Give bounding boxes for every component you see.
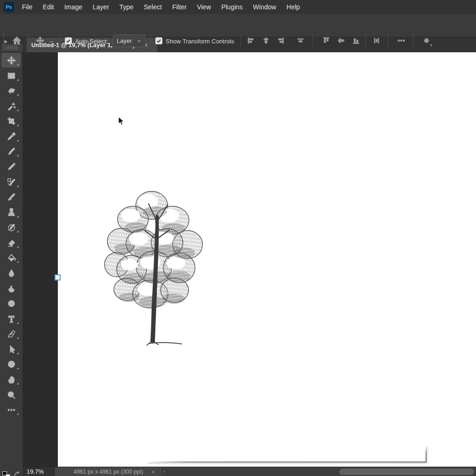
document-bottom-edge (148, 462, 427, 462)
move-tool[interactable] (2, 53, 21, 67)
magic-wand-tool[interactable] (2, 99, 21, 113)
dropdown-value: Layer (117, 37, 132, 44)
separator (60, 34, 60, 46)
auto-select-label: Auto-Select: (75, 38, 108, 45)
spot-healing-brush-tool[interactable] (2, 144, 21, 158)
separator (413, 34, 413, 46)
eyedropper-tool[interactable] (2, 129, 21, 143)
move-tool-preset-icon[interactable] (36, 36, 44, 45)
horizontal-scrollbar-thumb[interactable] (339, 469, 474, 475)
home-icon[interactable] (12, 36, 21, 45)
align-right-edges-icon[interactable] (277, 37, 284, 44)
mouse-cursor (118, 116, 127, 126)
wet-brush-tool[interactable] (2, 190, 21, 204)
zoom-level-field[interactable]: 19.7% (22, 467, 55, 476)
path-selection-tool[interactable] (2, 342, 21, 356)
menu-item-image[interactable]: Image (59, 0, 88, 14)
eraser-tool[interactable] (2, 236, 21, 250)
photoshop-logo-icon: Ps (4, 2, 14, 12)
clone-stamp-tool[interactable] (2, 205, 21, 219)
tool-preset-chevron-icon[interactable] (49, 38, 54, 44)
gear-flyout-arrow (430, 44, 432, 47)
align-horizontal-centers-icon[interactable] (262, 37, 270, 44)
grip-stripes (6, 46, 18, 49)
separator (28, 34, 29, 46)
align-bottom-edges-icon[interactable] (352, 37, 360, 44)
swap-colors-icon[interactable] (13, 470, 21, 476)
pen-tool[interactable] (2, 327, 21, 341)
more-options-icon[interactable] (397, 36, 406, 45)
chevron-down-icon (136, 38, 142, 44)
blur-tool[interactable] (2, 266, 21, 280)
show-transform-label: Show Transform Controls (166, 38, 234, 45)
menu-item-filter[interactable]: Filter (167, 0, 192, 14)
status-bar: 19.7% 4961 px x 4961 px (300 ppi) › ‹ (22, 467, 476, 476)
align-left-edges-icon[interactable] (247, 37, 255, 44)
ellipse-tool[interactable] (2, 357, 21, 371)
lasso-tool[interactable] (2, 84, 21, 98)
zoom-tool[interactable] (2, 388, 21, 402)
edit-toolbar-button[interactable] (2, 403, 21, 417)
scroll-left-arrow-icon[interactable]: ‹ (163, 467, 165, 476)
history-brush-tool[interactable] (2, 220, 21, 234)
separator (241, 34, 241, 46)
sponge-tool[interactable] (2, 296, 21, 310)
document-anchor-handle[interactable] (55, 274, 61, 280)
menu-item-layer[interactable]: Layer (88, 0, 114, 14)
distribute-horizontal-centers-icon[interactable] (373, 37, 380, 44)
default-colors-icon[interactable] (2, 471, 10, 476)
align-vertical-centers-icon[interactable] (337, 37, 345, 44)
separator (312, 34, 313, 46)
align-top-edges-icon[interactable] (322, 37, 330, 44)
distribute-vertical-centers-icon[interactable] (297, 37, 304, 44)
type-tool[interactable] (2, 312, 21, 326)
default-background-square (6, 474, 10, 476)
paint-bucket-tool[interactable] (2, 251, 21, 265)
separator (150, 34, 151, 46)
status-options-chevron-icon[interactable]: › (152, 467, 154, 476)
menu-bar: Ps FileEditImageLayerTypeSelectFilterVie… (0, 0, 476, 14)
separator (365, 34, 366, 46)
menu-item-select[interactable]: Select (139, 0, 167, 14)
document-info[interactable]: 4961 px x 4961 px (300 ppi) (55, 467, 161, 476)
menu-item-plugins[interactable]: Plugins (216, 0, 248, 14)
crop-tool[interactable] (2, 114, 21, 128)
menu-item-type[interactable]: Type (114, 0, 139, 14)
tools-panel (0, 52, 22, 476)
auto-select-checkbox[interactable] (65, 37, 72, 44)
options-bar: Auto-Select: Layer Show Transform Contro… (0, 14, 476, 37)
tree-sketch-artwork (104, 188, 206, 348)
gear-icon[interactable] (422, 36, 431, 45)
menu-item-help[interactable]: Help (281, 0, 305, 14)
hand-tool[interactable] (2, 372, 21, 386)
menu-item-file[interactable]: File (17, 0, 38, 14)
smudge-tool[interactable] (2, 281, 21, 295)
menu-item-window[interactable]: Window (248, 0, 281, 14)
menu-item-edit[interactable]: Edit (38, 0, 59, 14)
auto-select-target-dropdown[interactable]: Layer (113, 35, 146, 47)
mixer-brush-tool[interactable] (2, 175, 21, 189)
separator (388, 34, 388, 46)
document-right-edge (426, 447, 427, 462)
rectangular-marquee-tool[interactable] (2, 69, 21, 83)
pencil-tool[interactable] (2, 160, 21, 174)
pasteboard (22, 52, 58, 467)
menu-item-view[interactable]: View (192, 0, 216, 14)
options-bar-grip[interactable] (3, 31, 5, 49)
show-transform-checkbox[interactable] (155, 37, 162, 44)
